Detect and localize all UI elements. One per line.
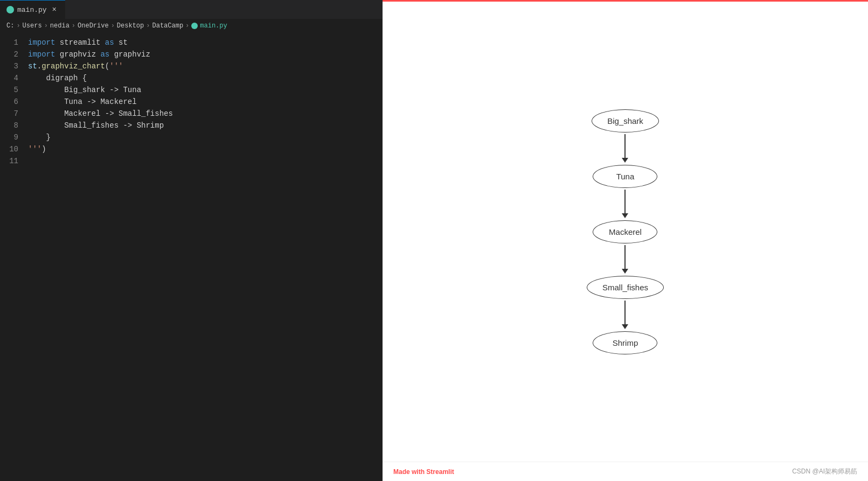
breadcrumb-part: C: <box>6 22 14 30</box>
arrow-line <box>624 245 626 269</box>
graph-node-mackerel: Mackerel <box>593 220 657 243</box>
arrow-head <box>622 324 628 329</box>
arrow-line <box>624 301 626 324</box>
arrow-line <box>624 134 626 158</box>
footer-brand: Streamlit <box>426 468 454 476</box>
breadcrumb-part: Desktop <box>117 22 144 30</box>
footer-made-with: Made with Streamlit <box>393 468 454 476</box>
code-line-11 <box>28 155 383 167</box>
code-line-2: import graphviz as graphviz <box>28 48 383 60</box>
code-line-4: digraph { <box>28 72 383 84</box>
arrow-line <box>624 190 626 213</box>
footer-attribution: CSDN @AI架构师易筋 <box>792 467 857 476</box>
breadcrumb-part: DataCamp <box>152 22 183 30</box>
code-line-10: ''') <box>28 143 383 155</box>
code-line-6: Tuna -> Mackerel <box>28 96 383 108</box>
breadcrumb-part: Users <box>23 22 42 30</box>
code-line-7: Mackerel -> Small_fishes <box>28 108 383 120</box>
graph-arrow-1 <box>622 133 628 165</box>
preview-content: Big_shark Tuna Mackerel <box>383 2 868 462</box>
tab-bar: main.py × <box>0 0 383 19</box>
tab-close-button[interactable]: × <box>50 5 59 14</box>
python-icon <box>6 6 14 13</box>
graph-arrow-3 <box>622 243 628 276</box>
breadcrumb-part: OneDrive <box>78 22 109 30</box>
code-line-9: } <box>28 131 383 143</box>
editor-panel: main.py × C: › Users › nedia › OneDrive … <box>0 0 383 481</box>
code-line-5: Big_shark -> Tuna <box>28 84 383 96</box>
graph-arrow-2 <box>622 188 628 220</box>
breadcrumb-file: main.py <box>191 22 227 30</box>
code-line-1: import streamlit as st <box>28 37 383 48</box>
code-line-3: st.graphviz_chart(''' <box>28 60 383 72</box>
preview-panel: Big_shark Tuna Mackerel <box>383 0 868 481</box>
code-editor[interactable]: import streamlit as st import graphviz a… <box>24 32 383 481</box>
breadcrumb-filename: main.py <box>200 22 227 30</box>
code-line-8: Small_fishes -> Shrimp <box>28 120 383 131</box>
graph-node-tuna: Tuna <box>593 165 657 188</box>
arrow-head <box>622 213 628 218</box>
breadcrumb-part: nedia <box>50 22 70 30</box>
graph-node-smallfishes: Small_fishes <box>587 276 664 299</box>
arrow-head <box>622 269 628 274</box>
graph-node-shrimp: Shrimp <box>593 331 657 354</box>
preview-footer: Made with Streamlit CSDN @AI架构师易筋 <box>383 462 868 481</box>
line-numbers: 1 2 3 4 5 6 7 8 9 10 11 <box>0 32 24 481</box>
graph-arrow-4 <box>622 299 628 331</box>
breadcrumb: C: › Users › nedia › OneDrive › Desktop … <box>0 19 383 32</box>
editor-tab[interactable]: main.py × <box>0 0 65 19</box>
tab-filename: main.py <box>17 6 47 14</box>
code-area[interactable]: 1 2 3 4 5 6 7 8 9 10 11 import streamlit… <box>0 32 383 481</box>
graph-node-bigshark: Big_shark <box>592 109 659 133</box>
arrow-head <box>622 158 628 163</box>
graph-container: Big_shark Tuna Mackerel <box>587 109 664 354</box>
